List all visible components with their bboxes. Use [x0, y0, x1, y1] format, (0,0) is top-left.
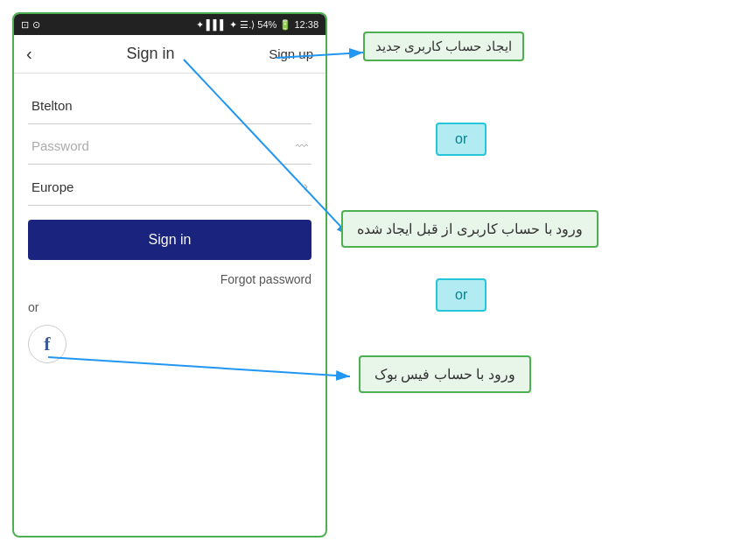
- status-bar-left: ⊡ ⊙: [21, 19, 40, 31]
- signin-account-annotation: ورود با حساب کاربری از قبل ایجاد شده: [341, 210, 598, 248]
- battery-level: ✦ ☰.⟩ 54% 🔋 12:38: [229, 19, 318, 31]
- app-content: 〰 Europe › Sign in Forgot password or f: [14, 74, 326, 536]
- chevron-right-icon: ›: [304, 179, 308, 194]
- facebook-button[interactable]: f: [28, 325, 66, 363]
- or2-annotation: or: [436, 278, 486, 312]
- username-input[interactable]: [28, 88, 312, 124]
- show-password-icon[interactable]: 〰: [296, 139, 308, 153]
- app-header: ‹ Sign in Sign up: [14, 35, 326, 74]
- signal-icon: ▌▌▌: [206, 19, 227, 30]
- forgot-password-link[interactable]: Forgot password: [28, 272, 312, 286]
- signin-button[interactable]: Sign in: [28, 220, 312, 260]
- back-button[interactable]: ‹: [26, 44, 32, 64]
- signup-annotation: ایجاد حساب کاربری جدید: [363, 32, 524, 61]
- page-title: Sign in: [126, 45, 174, 63]
- status-bar-right: ✦ ▌▌▌ ✦ ☰.⟩ 54% 🔋 12:38: [196, 19, 318, 31]
- username-wrapper: [28, 88, 312, 124]
- region-value: Europe: [32, 179, 74, 194]
- password-input[interactable]: [28, 128, 312, 165]
- password-wrapper: 〰: [28, 128, 312, 165]
- region-selector[interactable]: Europe ›: [28, 168, 312, 206]
- facebook-icon: f: [44, 333, 50, 355]
- or-label: or: [28, 300, 312, 314]
- phone-frame: ⊡ ⊙ ✦ ▌▌▌ ✦ ☰.⟩ 54% 🔋 12:38 ‹ Sign in Si…: [12, 12, 327, 537]
- bluetooth-icon: ✦: [196, 19, 204, 31]
- status-icon-2: ⊙: [32, 19, 40, 31]
- facebook-account-annotation: ورود با حساب فیس بوک: [359, 355, 531, 393]
- or1-annotation: or: [436, 123, 486, 156]
- signup-link[interactable]: Sign up: [269, 46, 313, 61]
- status-bar: ⊡ ⊙ ✦ ▌▌▌ ✦ ☰.⟩ 54% 🔋 12:38: [14, 14, 326, 35]
- status-icon-1: ⊡: [21, 19, 29, 31]
